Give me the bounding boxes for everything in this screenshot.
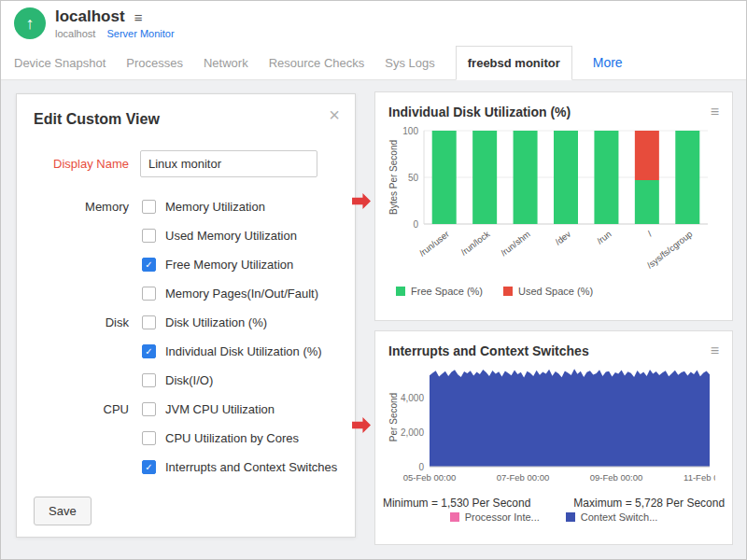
chart-menu-icon[interactable]: ≡ — [711, 105, 719, 119]
y-tick-label: 4,000 — [401, 393, 424, 403]
tab-more[interactable]: More — [593, 46, 623, 79]
legend-item[interactable]: Used Space (%) — [503, 286, 593, 297]
legend-item[interactable]: Processor Inte... — [450, 511, 540, 523]
x-tick-label: /run — [595, 229, 613, 246]
chart-title: Interrupts and Context Switches — [388, 343, 589, 358]
tab-processes[interactable]: Processes — [126, 46, 183, 79]
option-row: ✓Interrupts and Context Switches — [17, 453, 355, 482]
legend-item[interactable]: Context Switch... — [566, 511, 658, 523]
area-series-context-switches[interactable] — [430, 369, 710, 467]
display-name-label: Display Name — [17, 157, 129, 171]
disk-utilization-card: Individual Disk Utilization (%) ≡ Bytes … — [374, 91, 733, 321]
breadcrumb: localhost Server Monitor — [55, 28, 175, 39]
monitor-menu-icon[interactable]: ≡ — [134, 10, 143, 24]
checkbox-jvm-cpu-utilization[interactable] — [142, 402, 156, 416]
option-label[interactable]: Interrupts and Context Switches — [165, 460, 337, 474]
y-tick-label: 100 — [402, 126, 418, 136]
legend-label: Free Space (%) — [411, 286, 483, 297]
bar-free-space[interactable] — [594, 131, 618, 224]
breadcrumb-host: localhost — [55, 28, 95, 39]
x-tick-label: 09-Feb 00:00 — [590, 472, 643, 483]
option-row: DiskDisk Utilization (%) — [17, 308, 355, 337]
chart-stats: Minimum = 1,530 Per Second Maximum = 5,7… — [375, 497, 732, 510]
x-tick-label: / — [645, 229, 654, 239]
option-label[interactable]: Disk(I/O) — [165, 373, 213, 387]
display-name-input[interactable] — [140, 150, 317, 177]
group-label-cpu: CPU — [17, 402, 129, 416]
checkbox-individual-disk-utilization-[interactable]: ✓ — [142, 344, 156, 358]
option-label[interactable]: Disk Utilization (%) — [165, 315, 267, 329]
option-label[interactable]: Memory Utilization — [165, 200, 265, 214]
tab-freebsd-monitor[interactable]: freebsd monitor — [456, 46, 572, 80]
legend-swatch-icon — [503, 287, 513, 296]
group-label-disk: Disk — [17, 315, 129, 329]
area-chart: Per Second02,0004,00005-Feb 00:0007-Feb … — [387, 362, 715, 493]
legend-swatch-icon — [450, 512, 459, 522]
header: ↑ localhost ≡ localhost Server Monitor — [1, 1, 746, 46]
x-tick-label: /run/user — [417, 229, 451, 259]
content-area: Edit Custom View × Display Name MemoryMe… — [1, 80, 746, 559]
legend-label: Processor Inte... — [465, 511, 540, 523]
bar-free-space[interactable] — [554, 131, 578, 224]
legend-item[interactable]: Free Space (%) — [396, 286, 483, 297]
monitor-status-icon: ↑ — [14, 7, 46, 39]
y-axis-label: Bytes Per Second — [388, 140, 399, 215]
bar-free-space[interactable] — [432, 131, 457, 224]
checkbox-free-memory-utilization[interactable]: ✓ — [142, 258, 156, 272]
legend-label: Used Space (%) — [518, 286, 593, 297]
pointer-arrow-disk-chart — [352, 192, 372, 210]
breadcrumb-server-monitor-link[interactable]: Server Monitor — [106, 28, 174, 39]
option-row: Disk(I/O) — [17, 366, 355, 395]
legend-swatch-icon — [396, 287, 405, 296]
checkbox-used-memory-utilization[interactable] — [142, 229, 156, 243]
bar-free-space[interactable] — [514, 131, 538, 224]
option-label[interactable]: Free Memory Utilization — [165, 258, 293, 272]
bar-free-space[interactable] — [675, 131, 699, 224]
bar-free-space[interactable] — [635, 180, 659, 224]
checkbox-cpu-utilization-by-cores[interactable] — [142, 431, 156, 445]
save-button[interactable]: Save — [34, 497, 92, 525]
x-tick-label: 11-Feb 00:00 — [684, 472, 715, 483]
x-tick-label: /run/shm — [499, 229, 532, 258]
tab-network[interactable]: Network — [204, 46, 248, 79]
maximum-stat: Maximum = 5,728 Per Second — [573, 497, 725, 510]
close-icon[interactable]: × — [329, 105, 340, 124]
option-label[interactable]: CPU Utilization by Cores — [165, 431, 299, 445]
y-tick-label: 50 — [408, 173, 419, 183]
page-title: localhost — [55, 7, 125, 26]
legend-swatch-icon — [566, 512, 575, 522]
minimum-stat: Minimum = 1,530 Per Second — [383, 497, 530, 510]
edit-custom-view-panel: Edit Custom View × Display Name MemoryMe… — [16, 93, 356, 538]
option-row: CPU Utilization by Cores — [17, 424, 355, 453]
option-row: CPUJVM CPU Utilization — [17, 395, 355, 424]
tab-device-snapshot[interactable]: Device Snapshot — [14, 46, 106, 79]
option-row: MemoryMemory Utilization — [17, 192, 355, 221]
option-label[interactable]: Individual Disk Utilization (%) — [165, 344, 322, 358]
option-label[interactable]: Used Memory Utilization — [165, 229, 297, 243]
bar-used-space[interactable] — [635, 131, 659, 180]
checkbox-memory-utilization[interactable] — [142, 200, 156, 214]
checkbox-memory-pages-in-out-fault-[interactable] — [142, 287, 156, 301]
checkbox-disk-i-o-[interactable] — [142, 373, 156, 387]
tab-bar: Device SnapshotProcessesNetworkResource … — [1, 46, 746, 80]
checkbox-disk-utilization-[interactable] — [142, 315, 156, 329]
option-row: ✓Individual Disk Utilization (%) — [17, 337, 355, 366]
y-axis-label: Per Second — [388, 393, 399, 441]
area-chart-legend: Processor Inte...Context Switch... — [375, 511, 732, 523]
option-row: ✓Free Memory Utilization — [17, 250, 355, 279]
x-tick-label: 05-Feb 00:00 — [403, 472, 457, 483]
tab-resource-checks[interactable]: Resource Checks — [269, 46, 365, 79]
x-tick-label: /run/lock — [458, 229, 491, 258]
bar-chart-legend: Free Space (%)Used Space (%) — [375, 286, 732, 297]
legend-label: Context Switch... — [581, 511, 658, 523]
title-block: localhost ≡ localhost Server Monitor — [55, 7, 175, 39]
interrupts-card: Interrupts and Context Switches ≡ Per Se… — [374, 330, 733, 545]
tab-sys-logs[interactable]: Sys Logs — [385, 46, 434, 79]
chart-menu-icon[interactable]: ≡ — [711, 343, 719, 358]
option-label[interactable]: Memory Pages(In/Out/Fault) — [165, 287, 318, 301]
option-label[interactable]: JVM CPU Utilization — [165, 402, 275, 416]
checkbox-interrupts-and-context-switches[interactable]: ✓ — [142, 460, 156, 474]
display-name-row: Display Name — [17, 150, 355, 177]
y-tick-label: 0 — [418, 462, 424, 472]
bar-free-space[interactable] — [472, 131, 497, 224]
